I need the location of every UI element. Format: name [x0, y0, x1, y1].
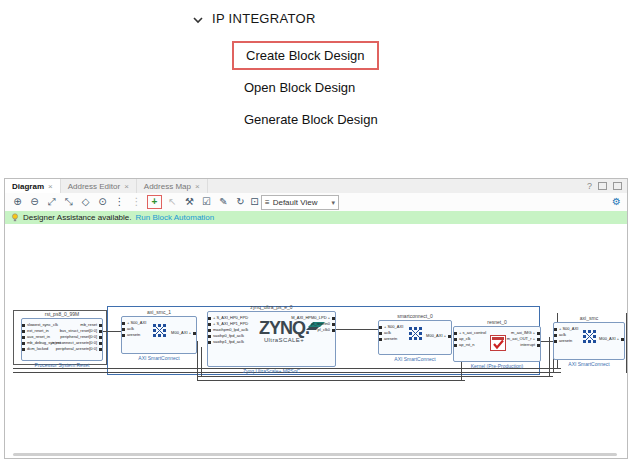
port[interactable]: aresetn — [127, 332, 146, 338]
port[interactable]: aresetn — [384, 336, 403, 342]
port[interactable]: pl_clk0 — [291, 327, 330, 333]
block-rst-ps8-0-99m[interactable]: rst_ps8_0_99M slowest_sync_clk ext_reset… — [21, 318, 103, 361]
zynq-logo-subtext: UltraSCALE+ — [240, 337, 328, 343]
block-smartconnect-0[interactable]: smartconnect_0 + S00_AXI aclk aresetn M0… — [378, 320, 452, 355]
block-type-label: Processor System Reset — [2, 362, 122, 368]
zoom-to-selection-icon[interactable]: ⤡ — [62, 196, 75, 208]
banner-text: Designer Assistance available. — [23, 213, 132, 222]
designer-assistance-icon[interactable]: ↖ — [166, 196, 179, 208]
block-axi-smc[interactable]: axi_smc + S00_AXI aclk aresetn M00_AXI +… — [553, 322, 625, 360]
ip-integrator-header[interactable]: IP INTEGRATOR — [212, 11, 316, 26]
tab-address-map[interactable]: Address Map × — [137, 179, 208, 193]
close-icon[interactable]: × — [48, 182, 53, 191]
smartconnect-icon — [409, 327, 422, 340]
lightbulb-icon — [11, 213, 19, 222]
port[interactable]: M00_AXI + — [426, 333, 446, 339]
hls-kernel-icon — [490, 335, 506, 351]
block-resnet-0[interactable]: resnet_0 + s_axi_control ap_clk ap_rst_n… — [453, 326, 541, 362]
block-type-label: AXI SmartConnect — [102, 355, 216, 361]
tab-address-editor[interactable]: Address Editor × — [61, 179, 137, 193]
help-icon[interactable]: ? — [587, 181, 592, 191]
wire — [539, 341, 553, 342]
float-window-icon[interactable] — [598, 182, 607, 190]
chevron-down-icon[interactable] — [192, 15, 204, 25]
wire — [197, 341, 198, 381]
block-type-label: Zynq UltraScale+ MPSoC — [188, 368, 355, 374]
diagram-toolbar: ⊕ ⊖ ⤢ ⤡ ◇ ⊙ ⋮ ⋮ + ↖ ⚒ ☑ ✎ ↻ ⊡ ≡ Default … — [5, 193, 627, 212]
menu-item-open-block-design[interactable]: Open Block Design — [244, 80, 355, 95]
wire — [549, 337, 550, 377]
collapse-hierarchy-icon[interactable]: ⋮ — [113, 196, 126, 208]
regenerate-layout-icon[interactable]: ↻ — [234, 196, 247, 208]
run-automation-icon[interactable]: ✎ — [217, 196, 230, 208]
port[interactable]: ap_rst_n — [459, 342, 486, 348]
horizontal-scrollbar[interactable] — [13, 453, 617, 456]
customize-block-icon[interactable]: ⚒ — [183, 196, 196, 208]
tab-diagram[interactable]: Diagram × — [5, 179, 61, 193]
wire — [197, 380, 465, 381]
block-type-label: AXI SmartConnect — [534, 361, 632, 367]
designer-assistance-banner: Designer Assistance available. Run Block… — [5, 211, 627, 224]
port[interactable]: aresetn — [559, 338, 578, 344]
chevron-down-icon: ▾ — [331, 199, 335, 207]
diagram-canvas: rst_ps8_0_99M slowest_sync_clk ext_reset… — [5, 224, 627, 458]
view-selector-value: Default View — [273, 198, 318, 207]
settings-gear-icon[interactable]: ⚙ — [612, 196, 621, 207]
validate-design-icon[interactable]: ☑ — [200, 196, 213, 208]
close-icon[interactable]: × — [195, 182, 200, 191]
tab-address-editor-label: Address Editor — [68, 182, 120, 191]
expand-hierarchy-icon[interactable]: ⋮ — [130, 196, 143, 208]
smartconnect-icon — [153, 324, 166, 337]
search-icon[interactable]: ⊙ — [96, 196, 109, 208]
tab-address-map-label: Address Map — [144, 182, 191, 191]
port[interactable]: M00_AXI + — [171, 330, 191, 336]
wire — [333, 329, 378, 330]
block-axi-smc-1[interactable]: axi_smc_1 + S00_AXI aclk aresetn M00_AXI… — [121, 316, 197, 354]
panel-tabbar: Diagram × Address Editor × Address Map ×… — [5, 179, 627, 194]
interface-properties-icon[interactable]: ⊡ — [248, 196, 261, 208]
add-ip-icon[interactable]: + — [147, 195, 162, 209]
port[interactable]: interrupt — [507, 342, 535, 348]
menu-icon: ≡ — [265, 198, 270, 207]
vivado-screen: IP INTEGRATOR Create Block Design Open B… — [0, 0, 632, 465]
maximize-window-icon[interactable] — [613, 182, 622, 190]
wire — [197, 376, 553, 377]
zoom-in-icon[interactable]: ⊕ — [11, 196, 24, 208]
zoom-out-icon[interactable]: ⊖ — [28, 196, 41, 208]
menu-item-generate-block-design[interactable]: Generate Block Design — [244, 112, 378, 127]
block-title: zynq_ultra_ps_e_0 — [188, 304, 355, 310]
view-selector[interactable]: ≡ Default View ▾ — [261, 195, 339, 210]
tab-diagram-label: Diagram — [12, 182, 44, 191]
port[interactable]: peripheral_aresetn[0:0] — [52, 346, 97, 352]
block-zynq-ultra-ps-e-0[interactable]: zynq_ultra_ps_e_0 + S_AXI_HP0_FPD + S_AX… — [207, 311, 336, 367]
menu-item-create-block-design[interactable]: Create Block Design — [232, 41, 379, 70]
smartconnect-icon — [583, 330, 596, 343]
panel-window-controls: ? — [587, 181, 622, 191]
close-icon[interactable]: × — [124, 182, 129, 191]
zoom-fit-icon[interactable]: ⤢ — [45, 196, 58, 208]
run-block-automation-link[interactable]: Run Block Automation — [136, 213, 215, 222]
port[interactable]: M00_AXI + — [599, 336, 619, 342]
block-title: axi_smc — [534, 315, 632, 321]
diagram-panel: Diagram × Address Editor × Address Map ×… — [4, 178, 628, 459]
fit-selection-icon[interactable]: ◇ — [79, 196, 92, 208]
